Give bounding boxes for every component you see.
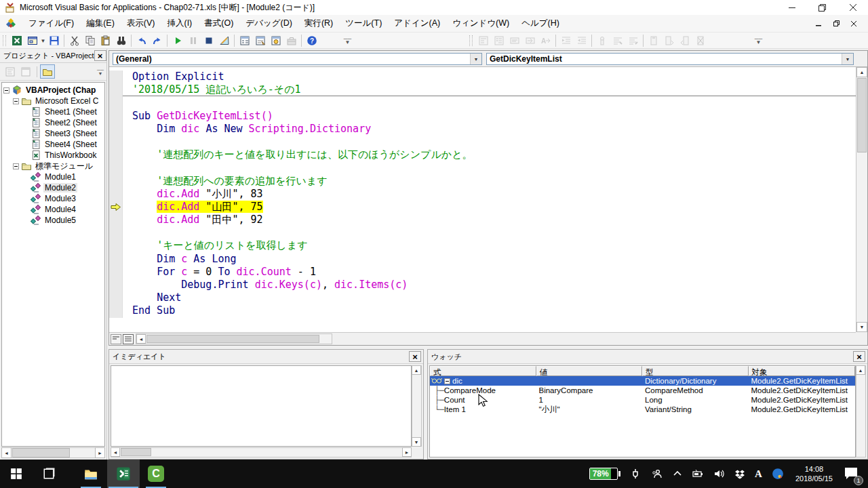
child-restore-button[interactable] [827, 17, 845, 30]
menu-r[interactable]: 実行(R) [298, 15, 339, 32]
code-line[interactable] [109, 96, 856, 109]
child-minimize-button[interactable] [810, 17, 827, 30]
menu-f[interactable]: ファイル(F) [22, 15, 80, 32]
complete-word-icon[interactable]: A [538, 33, 553, 48]
menu-d[interactable]: デバッグ(D) [239, 15, 298, 32]
toolbar-grip[interactable] [469, 35, 473, 46]
code-line[interactable] [109, 226, 856, 239]
close-button[interactable] [837, 0, 868, 15]
watch-column-header[interactable]: 対象 [749, 366, 856, 376]
find-icon[interactable] [113, 33, 129, 48]
watch-column-header[interactable]: 値 [536, 366, 643, 376]
cortana-icon[interactable] [772, 468, 784, 480]
procedure-view-button[interactable] [111, 334, 121, 344]
excel-app[interactable] [107, 460, 140, 488]
toggle-breakpoint-icon[interactable] [594, 33, 610, 48]
project-tree-hscrollbar[interactable]: ◄ ► [1, 447, 105, 458]
toggle-folders-button[interactable] [40, 64, 55, 79]
project-toolbar-options-chevron[interactable]: ──▼ [97, 68, 104, 75]
indent-icon[interactable] [558, 33, 574, 48]
run-icon[interactable] [170, 33, 185, 48]
project-explorer-icon[interactable] [237, 33, 252, 48]
toolbar-options-chevron[interactable]: ──▼ [754, 34, 763, 47]
code-line[interactable]: '連想配列への要素の追加を行います [109, 175, 856, 188]
tree-item-microsoftexcelc[interactable]: Microsoft Excel C [2, 96, 104, 106]
tree-item-thisworkbook[interactable]: ThisWorkbook [2, 150, 104, 161]
people-icon[interactable] [650, 468, 663, 480]
parameter-info-icon[interactable] [522, 33, 538, 48]
procedure-dropdown-arrow-icon[interactable]: ▼ [842, 54, 853, 64]
dropbox-icon[interactable] [734, 468, 745, 480]
cut-icon[interactable] [66, 33, 82, 48]
tree-item-sheet2sheet[interactable]: Sheet2 (Sheet [2, 117, 104, 128]
watch-vscrollbar[interactable]: ▲ [856, 365, 866, 458]
reset-icon[interactable] [201, 33, 216, 48]
code-line[interactable]: dic.Add "山田", 75 [109, 201, 856, 214]
toggle-bookmark-icon[interactable] [646, 33, 661, 48]
restore-button[interactable] [807, 0, 837, 15]
code-line[interactable]: Sub GetDicKeyItemList() [109, 110, 856, 123]
watch-column-header[interactable]: 式 [430, 366, 536, 376]
notification-center-icon[interactable]: 1 [844, 466, 859, 482]
code-editor[interactable]: Option Explicit'2018/05/15 追記いろいろ-その1Sub… [109, 67, 856, 332]
watch-header[interactable]: ウォッチ × [428, 350, 867, 364]
code-line[interactable]: 'キーと値のリストを取得します [109, 239, 856, 252]
clear-bookmarks-icon[interactable] [692, 33, 708, 48]
tree-item-module2[interactable]: Module2 [2, 182, 104, 193]
comment-block-icon[interactable] [610, 33, 625, 48]
task-view-button[interactable] [33, 460, 65, 488]
chevron-up-icon[interactable] [672, 468, 683, 480]
tree-expander-icon[interactable] [13, 163, 19, 169]
insert-userform-icon[interactable] [24, 33, 40, 48]
code-line[interactable]: Option Explicit [109, 70, 856, 83]
immediate-header[interactable]: イミディエイト × [109, 350, 423, 364]
battery-percentage-badge[interactable]: 78% [589, 468, 620, 480]
menu-o[interactable]: 書式(O) [198, 15, 239, 32]
paste-icon[interactable] [98, 33, 113, 48]
object-dropdown[interactable]: (General) ▼ [113, 53, 482, 65]
help-icon[interactable]: ? [304, 33, 319, 48]
watch-row-dic[interactable]: dicDictionary/DictionaryModule2.GetDicKe… [430, 376, 855, 386]
menu-i[interactable]: 挿入(I) [161, 15, 198, 32]
speaker-icon[interactable] [713, 468, 725, 480]
redo-icon[interactable] [149, 33, 165, 48]
project-panel-header[interactable]: プロジェクト - VBAProject × [0, 49, 106, 63]
minimize-button[interactable] [776, 0, 807, 15]
next-bookmark-icon[interactable] [661, 33, 677, 48]
immediate-content[interactable] [111, 365, 412, 447]
immediate-vscrollbar[interactable]: ▲ ▼ [412, 365, 422, 447]
code-line[interactable]: For c = 0 To dic.Count - 1 [109, 266, 856, 279]
code-hscrollbar[interactable]: ◄ [136, 333, 332, 344]
menu-w[interactable]: ウィンドウ(W) [446, 15, 515, 32]
previous-bookmark-icon[interactable] [677, 33, 692, 48]
watch-row-item1[interactable]: └─ Item 1"小川"Variant/StringModule2.GetDi… [430, 405, 855, 414]
start-button[interactable] [0, 460, 33, 488]
code-line[interactable]: dic.Add "小川", 83 [109, 188, 856, 201]
file-explorer-app[interactable] [75, 460, 107, 488]
object-browser-icon[interactable] [268, 33, 283, 48]
battery-status-icon[interactable] [692, 468, 703, 480]
copy-icon[interactable] [82, 33, 98, 48]
taskbar-clock[interactable]: 14:08 2018/05/15 [795, 464, 833, 483]
plug-icon[interactable] [630, 468, 641, 480]
code-line[interactable] [109, 161, 856, 174]
tree-expander-icon[interactable] [13, 98, 19, 104]
tree-item-vbaprojectchap[interactable]: VBAProject (Chap [2, 85, 104, 96]
break-icon[interactable] [185, 33, 201, 48]
code-vscrollbar[interactable]: ▲ ▼ [856, 67, 867, 332]
procedure-dropdown[interactable]: GetDicKeyItemList ▼ [486, 53, 854, 65]
tree-item-sheet3sheet[interactable]: Sheet3 (Sheet [2, 128, 104, 139]
full-module-view-button[interactable] [123, 334, 134, 344]
menu-e[interactable]: 編集(E) [80, 15, 121, 32]
tree-item-module3[interactable]: Module3 [2, 193, 104, 204]
tree-item-sheet4sheet[interactable]: Sheet4 (Sheet [2, 139, 104, 150]
tree-item-module5[interactable]: Module5 [2, 215, 104, 226]
outdent-icon[interactable] [574, 33, 589, 48]
project-panel-close-button[interactable]: × [94, 50, 106, 61]
immediate-hscrollbar[interactable]: ◄ ► [111, 447, 412, 458]
child-close-button[interactable] [845, 17, 863, 30]
code-line[interactable]: Dim c As Long [109, 253, 856, 266]
code-line[interactable]: Next [109, 291, 856, 304]
toolbox-icon[interactable] [283, 33, 299, 48]
list-constants-icon[interactable] [491, 33, 507, 48]
